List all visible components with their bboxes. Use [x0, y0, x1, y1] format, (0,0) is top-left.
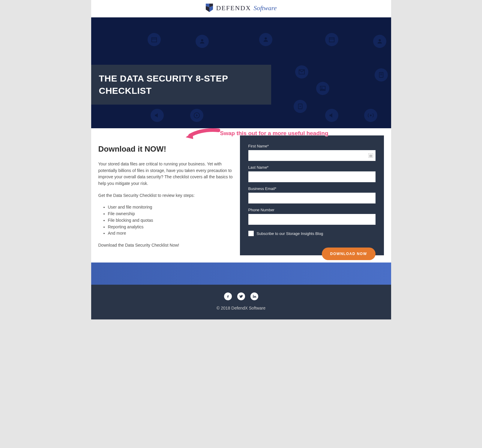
submit-wrap: DOWNLOAD NOW [248, 248, 376, 260]
list-intro: Get the Data Security Checklist to revie… [98, 192, 233, 199]
list-item: And more [108, 230, 233, 237]
facebook-icon[interactable] [224, 292, 232, 300]
user-icon [196, 35, 209, 48]
logo-text-main: DEFENDX [216, 4, 251, 12]
last-name-label: Last Name* [248, 165, 376, 170]
list-item: User and file monitoring [108, 204, 233, 211]
copyright-text: © 2018 DefendX Software [91, 306, 391, 310]
svg-point-2 [201, 39, 203, 41]
svg-point-10 [370, 114, 372, 116]
phone-label: Phone Number [248, 208, 376, 212]
logo-text-sub: Software [253, 4, 277, 12]
header: DEFENDX Software [91, 0, 391, 17]
shield-logo-icon [205, 3, 214, 13]
volume-icon [325, 109, 338, 122]
list-item: Reporting analytics [108, 224, 233, 230]
intro-paragraph: Your stored data files are critical to r… [98, 161, 233, 187]
list-item: File blocking and quotas [108, 217, 233, 224]
form-row-email: Business Email* [248, 186, 376, 203]
file-play-icon [294, 100, 307, 113]
calendar-icon [325, 33, 338, 46]
cta-paragraph: Download the Data Security Checklist Now… [98, 242, 233, 249]
twitter-icon[interactable] [237, 292, 245, 300]
hero-title: THE DATA SECURITY 8-STEP CHECKLIST [99, 73, 262, 97]
email-label: Business Email* [248, 186, 376, 191]
phone-field[interactable] [248, 214, 376, 225]
form-panel: First Name* ▤ Last Name* Business Email*… [240, 135, 384, 255]
email-field[interactable] [248, 193, 376, 203]
svg-rect-8 [329, 38, 334, 42]
feature-list: User and file monitoring File ownership … [98, 204, 233, 236]
hero-banner: THE DATA SECURITY 8-STEP CHECKLIST [91, 17, 391, 128]
page-container: DEFENDX Software THE DATA SECURITY 8-STE… [91, 0, 391, 319]
download-now-button[interactable]: DOWNLOAD NOW [322, 248, 376, 260]
hero-title-box: THE DATA SECURITY 8-STEP CHECKLIST [91, 65, 271, 105]
play-icon [190, 109, 203, 122]
calendar-icon [148, 33, 161, 46]
user-icon [259, 33, 272, 46]
image-icon [316, 82, 329, 95]
logo: DEFENDX Software [205, 3, 277, 13]
mail-icon [295, 65, 308, 79]
first-name-label: First Name* [248, 144, 376, 148]
user-icon [373, 35, 386, 48]
form-row-first-name: First Name* ▤ [248, 144, 376, 161]
svg-point-7 [321, 87, 322, 88]
download-heading: Download it NOW! [98, 144, 233, 154]
first-name-field[interactable] [248, 150, 376, 161]
list-item: File ownership [108, 211, 233, 217]
svg-rect-0 [151, 38, 157, 42]
content-column: Download it NOW! Your stored data files … [98, 135, 233, 255]
form-row-phone: Phone Number [248, 208, 376, 225]
linkedin-icon[interactable] [250, 292, 258, 300]
document-icon [375, 68, 388, 82]
blue-strip [91, 263, 391, 285]
footer: © 2018 DefendX Software [91, 285, 391, 319]
subscribe-checkbox[interactable] [248, 231, 254, 236]
svg-point-4 [265, 37, 267, 40]
social-row [91, 292, 391, 300]
volume-icon [151, 109, 164, 122]
body-section: Swap this out for a more useful heading … [91, 128, 391, 263]
broadcast-icon [364, 109, 377, 122]
subscribe-row: Subscribe to our Storage Insights Blog [248, 231, 376, 236]
last-name-field[interactable] [248, 171, 376, 182]
svg-point-11 [379, 39, 381, 41]
form-row-last-name: Last Name* [248, 165, 376, 182]
autofill-icon: ▤ [368, 153, 373, 158]
subscribe-label: Subscribe to our Storage Insights Blog [257, 231, 323, 236]
